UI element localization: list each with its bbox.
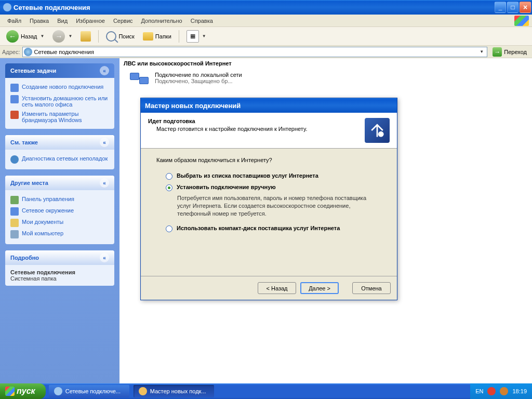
panel-title: Другие места — [10, 180, 48, 186]
next-button[interactable]: Далее > — [300, 282, 339, 294]
panel-tasks-header[interactable]: Сетевые задачи « — [5, 63, 114, 78]
search-icon — [106, 31, 116, 42]
svg-point-0 — [378, 131, 384, 137]
chevron-down-icon[interactable]: ▼ — [477, 49, 486, 54]
taskbar-item-wizard[interactable]: Мастер новых подк... — [134, 385, 214, 397]
menu-extra[interactable]: Дополнительно — [137, 17, 187, 25]
cancel-button[interactable]: Отмена — [352, 282, 391, 294]
menu-help[interactable]: Справка — [187, 17, 217, 25]
separator — [98, 30, 99, 43]
task-label: Сетевые подключе... — [65, 388, 121, 394]
menu-service[interactable]: Сервис — [109, 17, 137, 25]
folder-icon — [143, 32, 153, 41]
forward-icon: → — [52, 30, 65, 43]
sidebar: Сетевые задачи « Создание нового подключ… — [0, 58, 119, 383]
window-title: Сетевые подключения — [14, 4, 494, 11]
language-indicator[interactable]: EN — [475, 388, 483, 394]
go-icon: → — [493, 47, 502, 57]
wizard-dialog: Мастер новых подключений Идет подготовка… — [140, 98, 397, 300]
folders-label: Папки — [155, 33, 171, 39]
wizard-header: Идет подготовка Мастер готовится к настр… — [141, 113, 397, 149]
firewall-icon — [10, 111, 19, 119]
task-label: Установить домашнюю сеть или сеть малого… — [22, 95, 109, 108]
menu-file[interactable]: Файл — [3, 17, 25, 25]
address-label: Адрес: — [2, 49, 20, 55]
panel-other-header[interactable]: Другие места « — [5, 176, 114, 190]
menu-edit[interactable]: Правка — [25, 17, 53, 25]
menu-view[interactable]: Вид — [53, 17, 72, 25]
chevron-down-icon: ▼ — [202, 34, 206, 38]
connection-item[interactable]: Подключение по локальной сети Подключено… — [119, 69, 532, 94]
lan-connection-icon — [130, 72, 151, 90]
info-icon — [10, 155, 19, 164]
panel-details: Подробно « Сетевые подключения Системная… — [5, 250, 114, 286]
go-button[interactable]: → Переход — [489, 47, 530, 57]
other-label: Панель управления — [22, 196, 74, 202]
wizard-icon — [10, 84, 19, 92]
clock[interactable]: 18:19 — [512, 388, 527, 394]
panel-details-header[interactable]: Подробно « — [5, 250, 114, 265]
app-icon — [3, 3, 11, 11]
separator — [179, 30, 179, 43]
task-new-connection[interactable]: Создание нового подключения — [10, 82, 109, 94]
shield-icon[interactable] — [487, 387, 496, 395]
wizard-heading: Идет подготовка — [148, 118, 365, 124]
category-header: ЛВС или высокоскоростной Интернет — [119, 58, 532, 69]
taskbar: пуск Сетевые подключе... Мастер новых по… — [0, 383, 532, 399]
go-label: Переход — [504, 49, 527, 55]
start-label: пуск — [17, 387, 35, 396]
views-icon: ▦ — [187, 30, 199, 43]
radio-icon-selected — [166, 184, 172, 191]
panel-see-also: См. также « Диагностика сетевых неполадо… — [5, 135, 114, 169]
task-home-network[interactable]: Установить домашнюю сеть или сеть малого… — [10, 94, 109, 109]
views-button[interactable]: ▦ ▼ — [183, 29, 209, 44]
radio-option-isp-list[interactable]: Выбрать из списка поставщиков услуг Инте… — [156, 170, 381, 182]
menu-favorites[interactable]: Избранное — [72, 17, 109, 25]
other-my-documents[interactable]: Мои документы — [10, 217, 109, 229]
close-button[interactable]: × — [520, 2, 531, 13]
address-input[interactable]: Сетевые подключения ▼ — [22, 47, 488, 57]
search-button[interactable]: Поиск — [103, 30, 137, 43]
task-label: Создание нового подключения — [22, 84, 103, 90]
chevron-down-icon: ▼ — [41, 34, 45, 38]
radio-icon — [166, 173, 172, 180]
control-panel-icon — [10, 196, 19, 204]
panel-other-places: Другие места « Панель управления Сетевое… — [5, 176, 114, 244]
panel-title: Сетевые задачи — [10, 68, 56, 74]
see-also-diagnostics[interactable]: Диагностика сетевых неполадок — [10, 154, 109, 165]
start-button[interactable]: пуск — [0, 383, 46, 399]
folders-button[interactable]: Папки — [140, 31, 175, 42]
collapse-icon: « — [100, 66, 109, 75]
panel-title: См. также — [10, 139, 38, 145]
taskbar-item-network[interactable]: Сетевые подключе... — [49, 385, 129, 397]
radio-option-manual[interactable]: Установить подключение вручную — [156, 182, 381, 193]
details-type: Системная папка — [10, 275, 109, 282]
maximize-button[interactable]: □ — [507, 2, 518, 13]
other-control-panel[interactable]: Панель управления — [10, 194, 109, 206]
minimize-button[interactable]: _ — [495, 2, 506, 13]
panel-see-also-header[interactable]: См. также « — [5, 135, 114, 150]
network-places-icon — [10, 207, 19, 216]
wizard-titlebar[interactable]: Мастер новых подключений — [141, 98, 397, 113]
task-firewall[interactable]: Изменить параметры брандмауэра Windows — [10, 109, 109, 125]
radio-label: Выбрать из списка поставщиков услуг Инте… — [177, 172, 318, 179]
other-network-places[interactable]: Сетевое окружение — [10, 206, 109, 217]
volume-icon[interactable] — [500, 387, 508, 395]
search-label: Поиск — [118, 33, 134, 39]
radio-option-cd[interactable]: Использовать компакт-диск поставщика усл… — [156, 223, 381, 234]
back-button[interactable]: < Назад — [258, 282, 296, 294]
panel-tasks: Сетевые задачи « Создание нового подключ… — [5, 63, 114, 129]
computer-icon — [10, 230, 19, 238]
other-my-computer[interactable]: Мой компьютер — [10, 229, 109, 240]
wizard-footer: < Назад Далее > Отмена — [141, 276, 397, 300]
details-name: Сетевые подключения — [10, 269, 109, 275]
windows-flag-icon — [514, 16, 529, 26]
system-tray: EN 18:19 — [470, 383, 532, 399]
radio-icon — [166, 225, 172, 232]
back-button[interactable]: ← Назад ▼ — [3, 29, 47, 44]
wizard-title: Мастер новых подключений — [145, 102, 241, 110]
radio-label: Использовать компакт-диск поставщика усл… — [177, 225, 340, 231]
up-button[interactable] — [77, 30, 94, 43]
forward-button[interactable]: → ▼ — [49, 29, 75, 44]
radio-description: Потребуется имя пользователя, пароль и н… — [156, 193, 381, 223]
